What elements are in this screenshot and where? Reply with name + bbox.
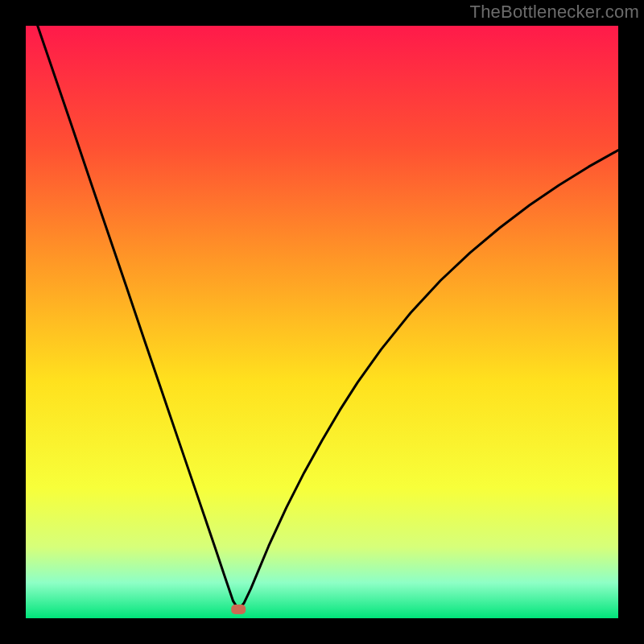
watermark-text: TheBottlenecker.com bbox=[470, 2, 639, 23]
chart-background bbox=[26, 26, 618, 618]
chart-svg bbox=[26, 26, 618, 618]
minimum-marker bbox=[231, 605, 246, 614]
chart-frame: TheBottlenecker.com bbox=[0, 0, 644, 644]
chart-plot-area bbox=[26, 26, 618, 618]
